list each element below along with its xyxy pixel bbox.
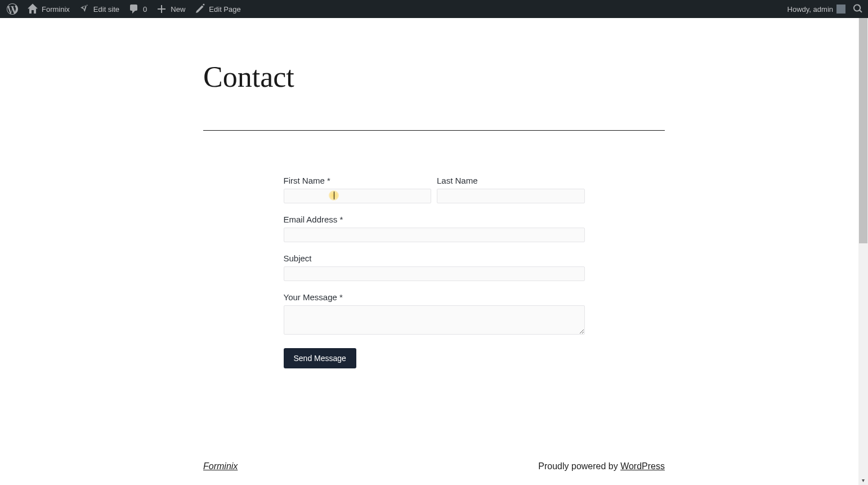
new-label: New [171, 5, 185, 14]
pencil-icon [194, 3, 205, 15]
edit-page-label: Edit Page [209, 5, 240, 14]
new-content-menu[interactable]: New [151, 0, 190, 18]
edit-site-label: Edit site [93, 5, 119, 14]
wordpress-logo-icon [7, 3, 18, 15]
subject-label: Subject [284, 253, 585, 263]
powered-by-prefix: Proudly powered by [538, 461, 620, 471]
content-wrap: Contact First Name * Last Name Email Add… [203, 60, 665, 483]
subject-input[interactable] [284, 266, 585, 281]
title-divider [203, 130, 665, 131]
comments-menu[interactable]: 0 [124, 0, 151, 18]
wp-logo-menu[interactable] [2, 0, 23, 18]
last-name-label: Last Name [437, 176, 585, 185]
site-footer: Forminix Proudly powered by WordPress [203, 461, 665, 483]
scrollbar-down-arrow[interactable]: ▾ [858, 475, 868, 485]
home-icon [27, 3, 38, 15]
scrollbar-thumb[interactable] [859, 18, 867, 243]
edit-site-icon [79, 3, 90, 15]
edit-site-menu[interactable]: Edit site [74, 0, 124, 18]
last-name-input[interactable] [437, 189, 585, 203]
email-input[interactable] [284, 228, 585, 242]
vertical-scrollbar[interactable]: ▴ ▾ [858, 18, 868, 485]
site-name-menu[interactable]: Forminix [23, 0, 74, 18]
wordpress-link[interactable]: WordPress [620, 461, 665, 471]
comments-count: 0 [143, 5, 147, 14]
adminbar-search[interactable] [850, 0, 866, 18]
first-name-input[interactable] [284, 189, 432, 203]
footer-credit: Proudly powered by WordPress [538, 461, 665, 471]
my-account-menu[interactable]: Howdy, admin [783, 0, 850, 18]
email-label: Email Address * [284, 215, 585, 224]
footer-site-link[interactable]: Forminix [203, 461, 238, 471]
edit-page-menu[interactable]: Edit Page [190, 0, 245, 18]
contact-form: First Name * Last Name Email Address * S… [284, 176, 585, 368]
page-title: Contact [203, 60, 665, 130]
search-icon [852, 3, 863, 15]
adminbar-left: Forminix Edit site 0 New Edit Page [2, 0, 245, 18]
wp-admin-bar: Forminix Edit site 0 New Edit Page [0, 0, 868, 18]
page-content: Contact First Name * Last Name Email Add… [0, 18, 868, 485]
message-textarea[interactable] [284, 305, 585, 335]
avatar-icon [836, 5, 845, 14]
message-label: Your Message * [284, 292, 585, 302]
plus-icon [156, 3, 167, 15]
greeting-label: Howdy, admin [788, 5, 833, 14]
site-name-label: Forminix [42, 5, 70, 14]
comments-icon [128, 3, 140, 15]
adminbar-right: Howdy, admin [783, 0, 866, 18]
first-name-label: First Name * [284, 176, 432, 185]
text-cursor-icon [334, 192, 334, 199]
send-message-button[interactable]: Send Message [284, 348, 356, 368]
